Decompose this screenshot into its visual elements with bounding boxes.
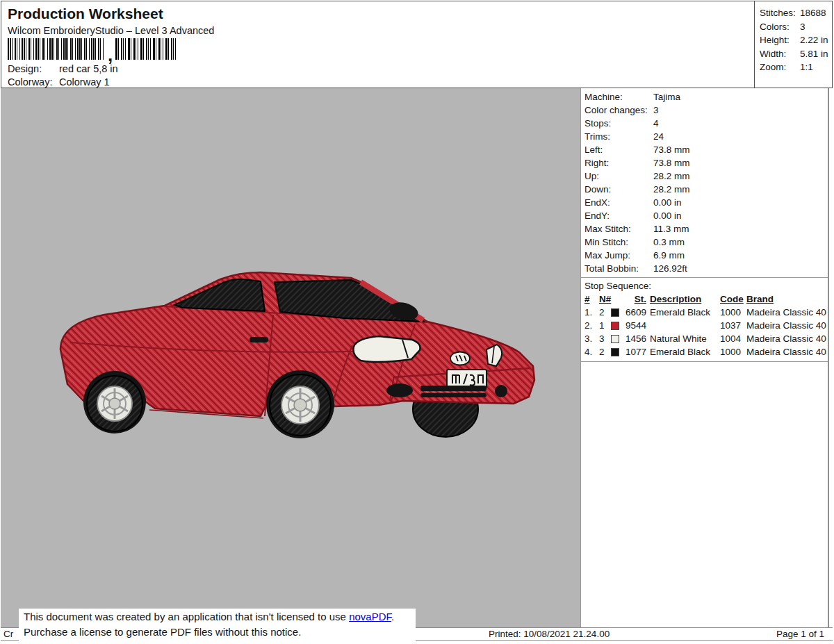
design-stats: Stitches:18688 Colors:3 Height:2.22 in W…: [755, 1, 832, 88]
bumper-shadow-left: [386, 383, 413, 397]
machine-row: EndX:0.00 in: [584, 196, 828, 209]
machine-row: EndY:0.00 in: [584, 209, 828, 222]
footer-created-clipped: Cr: [3, 629, 13, 639]
barcode-segment-1: [8, 38, 104, 60]
machine-row: Up:28.2 mm: [584, 170, 828, 183]
novapdf-license-notice: This document was created by an applicat…: [19, 609, 416, 641]
machine-row: Stops:4: [584, 117, 828, 130]
page-title: Production Worksheet: [8, 6, 163, 22]
colorway-row: Colorway: Colorway 1: [8, 76, 118, 89]
machine-row: Max Stitch:11.3 mm: [584, 222, 828, 236]
thread-color-swatch: [611, 308, 619, 317]
stat-zoom: Zoom:1:1: [760, 60, 832, 74]
machine-row: Min Stitch:0.3 mm: [584, 236, 828, 249]
stop-sequence-row: 2. 1 9544 1037 Madeira Classic 40: [584, 319, 828, 332]
thread-color-swatch: [611, 322, 619, 330]
grille-slot-lower: [420, 393, 486, 397]
door-handle: [250, 337, 268, 342]
machine-row: Total Bobbin:126.92ft: [584, 262, 828, 275]
thread-color-swatch: [611, 335, 619, 343]
stop-sequence-header-row: # N# St. Description Code Brand: [584, 292, 828, 306]
barcode: ,: [8, 38, 176, 60]
wheel-rear: [87, 376, 142, 431]
notice-line-2: Purchase a license to generate PDF files…: [24, 625, 416, 640]
thread-color-swatch: [611, 348, 619, 356]
machine-row: Max Jump:6.9 mm: [584, 249, 828, 262]
machine-info-list: Machine:Tajima Color changes:3 Stops:4 T…: [581, 88, 828, 275]
app-subtitle: Wilcom EmbroideryStudio – Level 3 Advanc…: [8, 25, 214, 36]
novapdf-link[interactable]: novaPDF: [349, 611, 391, 622]
machine-row: Color changes:3: [584, 104, 828, 117]
colorway-label: Colorway:: [8, 76, 56, 89]
header-left: Production Worksheet Wilcom EmbroiderySt…: [1, 1, 755, 88]
stat-height: Height:2.22 in: [760, 33, 832, 47]
stat-width: Width:5.81 in: [760, 47, 832, 61]
stop-sequence-title: Stop Sequence:: [584, 279, 828, 292]
machine-row: Right:73.8 mm: [584, 156, 828, 170]
production-worksheet-page: Production Worksheet Wilcom EmbroiderySt…: [0, 0, 834, 644]
machine-row: Machine:Tajima: [584, 90, 828, 104]
stat-stitches: Stitches:18688: [760, 6, 832, 20]
headlight: [353, 336, 420, 362]
colorway-value: Colorway 1: [59, 76, 110, 88]
license-plate: [447, 370, 486, 388]
stop-sequence-row: 3. 3 1456 Natural White 1004 Madeira Cla…: [584, 332, 828, 345]
footer-page-number: Page 1 of 1: [776, 629, 824, 639]
header: Production Worksheet Wilcom EmbroiderySt…: [1, 1, 833, 88]
design-canvas: [1, 88, 580, 627]
footer-printed-timestamp: Printed: 10/08/2021 21.24.00: [489, 629, 610, 639]
stop-sequence-row: 1. 2 6609 Emerald Black 1000 Madeira Cla…: [584, 306, 828, 319]
bumper-shadow-right: [495, 385, 507, 397]
machine-row: Down:28.2 mm: [584, 183, 828, 196]
design-label: Design:: [8, 63, 56, 76]
design-value: red car 5,8 in: [59, 63, 118, 74]
grille-badge: [450, 352, 470, 365]
stop-sequence-row: 4. 2 1077 Emerald Black 1000 Madeira Cla…: [584, 345, 828, 358]
design-row: Design: red car 5,8 in: [8, 63, 118, 76]
machine-row: Left:73.8 mm: [584, 143, 828, 156]
car-embroidery-illustration: [52, 261, 539, 455]
machine-panel: Machine:Tajima Color changes:3 Stops:4 T…: [580, 88, 829, 627]
stop-sequence-panel: Stop Sequence: # N# St. Description Code…: [581, 277, 828, 362]
design-meta: Design: red car 5,8 in Colorway: Colorwa…: [8, 63, 118, 89]
barcode-segment-2: [115, 38, 176, 60]
stat-colors: Colors:3: [760, 20, 832, 34]
grille-slot-upper: [420, 386, 486, 391]
wheel-front: [270, 374, 331, 436]
barcode-separator: ,: [108, 50, 113, 60]
notice-line-1: This document was created by an applicat…: [24, 609, 416, 625]
machine-row: Trims:24: [584, 130, 828, 143]
